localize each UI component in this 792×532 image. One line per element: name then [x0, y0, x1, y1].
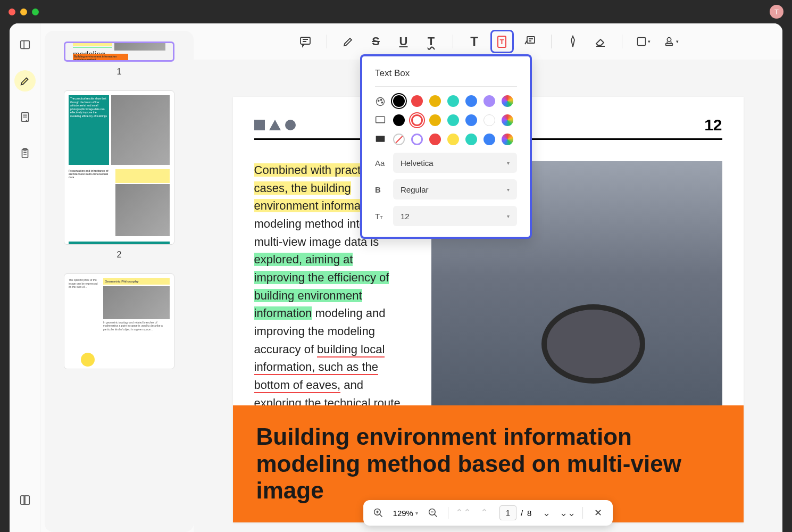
strikethrough-tool-button[interactable]: S [364, 30, 388, 53]
left-rail [10, 23, 40, 532]
reader-view-button[interactable] [14, 489, 36, 511]
minimize-window-icon[interactable] [20, 9, 27, 15]
page-thumbnail[interactable]: The specific price of the image can be e… [64, 273, 174, 369]
svg-point-28 [380, 99, 382, 101]
svg-rect-16 [638, 38, 646, 46]
notes-tool-button[interactable] [14, 106, 36, 128]
thumbnail-number: 1 [64, 67, 174, 77]
close-window-icon[interactable] [9, 9, 15, 15]
svg-point-26 [377, 98, 385, 106]
underline-tool-button[interactable]: U [392, 30, 415, 53]
page-input[interactable] [499, 505, 516, 520]
highlighter-tool-button[interactable] [14, 70, 36, 92]
color-picker-button[interactable] [502, 95, 513, 107]
svg-line-20 [379, 514, 382, 517]
text-color-swatches [393, 95, 513, 107]
svg-rect-0 [20, 41, 29, 49]
font-size-select[interactable]: 12▾ [393, 206, 517, 226]
fill-color-icon [375, 135, 386, 144]
last-page-button[interactable]: ⌄⌄ [558, 503, 577, 522]
page-decor-shapes [254, 120, 296, 130]
color-swatch-teal[interactable] [465, 134, 477, 145]
color-swatch-yellow[interactable] [429, 114, 441, 126]
zoom-controls: 129%▾ ⌃⌃ ⌃ / 8 ⌄ ⌄⌄ ✕ [363, 500, 613, 526]
zoom-out-button[interactable] [423, 503, 443, 522]
color-swatch-purple[interactable] [411, 134, 423, 145]
clipboard-tool-button[interactable] [14, 143, 36, 164]
color-swatch-red[interactable] [411, 114, 423, 126]
user-avatar[interactable]: T [770, 5, 783, 19]
highlight-tool-button[interactable] [337, 30, 360, 53]
color-swatch-teal[interactable] [447, 95, 459, 107]
prev-page-button[interactable]: ⌃ [475, 503, 494, 522]
svg-point-27 [378, 100, 379, 102]
svg-rect-9 [301, 37, 310, 44]
font-family-select[interactable]: Helvetica▾ [393, 153, 517, 173]
color-swatch-blue[interactable] [465, 95, 477, 107]
panel-toggle-button[interactable] [14, 34, 36, 55]
next-page-button[interactable]: ⌄ [537, 503, 556, 522]
border-color-swatches [393, 114, 513, 126]
svg-rect-31 [376, 136, 385, 142]
color-swatch-yellow[interactable] [447, 134, 459, 145]
font-weight-icon: B [375, 185, 386, 194]
traffic-lights [9, 9, 39, 15]
color-picker-button[interactable] [502, 134, 513, 145]
popup-title: Text Box [375, 68, 517, 87]
color-swatch-teal[interactable] [447, 114, 459, 126]
pen-tool-button[interactable] [561, 30, 585, 53]
color-swatch-white[interactable] [483, 114, 495, 126]
color-swatch-blue[interactable] [465, 114, 477, 126]
comment-tool-button[interactable] [294, 30, 317, 53]
text-tool-button[interactable]: T [463, 30, 486, 53]
svg-rect-30 [376, 117, 385, 123]
color-swatch-purple[interactable] [483, 95, 495, 107]
color-swatch-yellow[interactable] [429, 95, 441, 107]
zoom-in-button[interactable] [369, 503, 388, 522]
page-thumbnail[interactable]: The practical results show that through … [64, 90, 174, 245]
first-page-button[interactable]: ⌃⌃ [454, 503, 473, 522]
font-family-icon: Aa [375, 159, 386, 168]
eraser-tool-button[interactable] [589, 30, 612, 53]
thumbnail-number: 2 [64, 250, 174, 260]
page-number: 12 [704, 116, 722, 134]
textbox-properties-popup: Text Box [360, 54, 532, 239]
callout-tool-button[interactable] [518, 30, 541, 53]
stamp-tool-button[interactable]: ▾ [660, 30, 683, 53]
page-indicator: / 8 [496, 505, 535, 520]
window-titlebar: T [0, 0, 792, 23]
zoom-level-dropdown[interactable]: 129%▾ [390, 509, 421, 518]
squiggly-tool-button[interactable]: T [420, 30, 443, 53]
font-size-icon: TT [375, 212, 386, 221]
svg-line-24 [434, 514, 437, 517]
page-thumbnail[interactable]: modeling and improving the modeling accu… [64, 41, 174, 62]
color-swatch-black[interactable] [393, 114, 405, 126]
svg-rect-18 [666, 44, 673, 46]
color-swatch-black[interactable] [393, 95, 405, 107]
border-color-icon [375, 115, 386, 125]
color-swatch-blue[interactable] [483, 134, 495, 145]
color-swatch-red[interactable] [411, 95, 423, 107]
color-swatch-red[interactable] [429, 134, 441, 145]
svg-point-17 [667, 38, 671, 41]
fill-color-swatches [393, 134, 513, 145]
maximize-window-icon[interactable] [32, 9, 39, 15]
text-color-icon [375, 96, 386, 106]
color-swatch-none[interactable] [393, 134, 405, 145]
thumbnail-panel: modeling and improving the modeling accu… [45, 31, 194, 532]
close-zoombar-button[interactable]: ✕ [588, 503, 607, 522]
color-picker-button[interactable] [502, 114, 513, 126]
svg-point-29 [381, 102, 383, 103]
shapes-tool-button[interactable]: ▾ [632, 30, 655, 53]
font-weight-select[interactable]: Regular▾ [393, 179, 517, 200]
svg-rect-12 [527, 37, 535, 43]
textbox-tool-button[interactable]: T [490, 30, 514, 53]
